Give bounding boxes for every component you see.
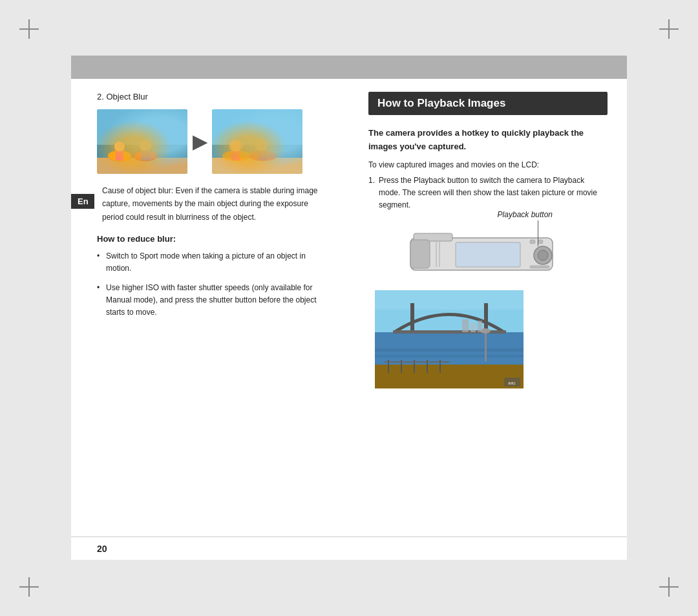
harbor-bridge-photo: IMG	[375, 290, 608, 391]
photo-before	[97, 109, 187, 174]
svg-rect-47	[462, 319, 469, 332]
svg-point-12	[222, 151, 251, 161]
bullet-item-2: Use higher ISO with faster shutter speed…	[97, 282, 330, 319]
section-title-bar: How to Playback Images	[368, 92, 608, 115]
svg-point-4	[114, 142, 125, 152]
svg-rect-49	[478, 321, 482, 332]
svg-rect-27	[530, 240, 535, 244]
reduce-blur-title: How to reduce blur:	[97, 234, 330, 244]
photo-before-svg	[97, 109, 187, 174]
svg-point-15	[232, 140, 244, 151]
svg-rect-14	[231, 151, 240, 160]
playback-button-label: Playback button	[498, 210, 553, 219]
step-1: Press the Playback button to switch the …	[368, 175, 608, 212]
harbor-photo-svg: IMG	[375, 290, 524, 388]
camera-svg	[404, 222, 572, 280]
steps-list: Press the Playback button to switch the …	[368, 175, 608, 212]
object-blur-caption: Cause of object blur: Even if the camera…	[97, 184, 330, 224]
camera-diagram: Playback button	[368, 222, 608, 280]
arrow-between-photos: ▶	[193, 131, 207, 153]
page: En 2. Object Blur	[71, 56, 627, 560]
svg-rect-21	[410, 240, 430, 268]
svg-point-13	[229, 140, 241, 152]
svg-point-6	[134, 151, 157, 161]
svg-rect-0	[97, 109, 187, 145]
en-badge: En	[71, 194, 94, 209]
svg-rect-29	[530, 266, 549, 268]
svg-rect-11	[212, 158, 302, 174]
svg-point-26	[538, 250, 548, 260]
label-line	[538, 220, 538, 246]
bullet-item-1: Switch to Sport mode when taking a pictu…	[97, 250, 330, 275]
svg-rect-28	[538, 240, 543, 244]
bullet-list: Switch to Sport mode when taking a pictu…	[97, 250, 330, 319]
svg-rect-34	[375, 355, 524, 357]
photo-after	[212, 109, 302, 174]
corner-mark-tr	[653, 19, 679, 45]
corner-mark-br	[653, 571, 679, 597]
header-bar	[71, 56, 627, 79]
intro-bold-text: The camera provides a hotkey to quickly …	[368, 127, 608, 154]
svg-point-16	[249, 151, 277, 161]
svg-point-7	[140, 140, 151, 151]
svg-point-17	[255, 138, 268, 151]
svg-rect-18	[257, 151, 267, 160]
svg-text:IMG: IMG	[508, 381, 516, 385]
svg-rect-8	[141, 151, 150, 160]
svg-rect-35	[375, 365, 524, 388]
svg-rect-5	[116, 151, 123, 160]
svg-rect-31	[375, 290, 524, 310]
content-area: En 2. Object Blur	[71, 79, 627, 536]
svg-rect-45	[485, 332, 487, 361]
page-number: 20	[97, 544, 107, 554]
svg-rect-1	[97, 145, 187, 158]
left-column: En 2. Object Blur	[71, 79, 349, 536]
corner-mark-bl	[19, 571, 45, 597]
svg-rect-33	[375, 348, 524, 352]
svg-rect-42	[410, 303, 414, 333]
svg-rect-9	[212, 109, 302, 145]
svg-rect-2	[97, 158, 187, 174]
svg-rect-10	[212, 145, 302, 158]
photo-after-svg	[212, 109, 302, 174]
corner-mark-tl	[19, 19, 45, 45]
to-view-text: To view captured images and movies on th…	[368, 160, 608, 169]
svg-rect-24	[456, 242, 520, 267]
page-footer: 20	[71, 536, 627, 560]
svg-point-3	[108, 151, 131, 161]
svg-rect-41	[385, 361, 449, 363]
object-blur-images-row: ▶	[97, 109, 330, 174]
section-subtitle: 2. Object Blur	[97, 92, 330, 101]
svg-rect-48	[471, 323, 476, 332]
right-column: How to Playback Images The camera provid…	[349, 79, 627, 536]
